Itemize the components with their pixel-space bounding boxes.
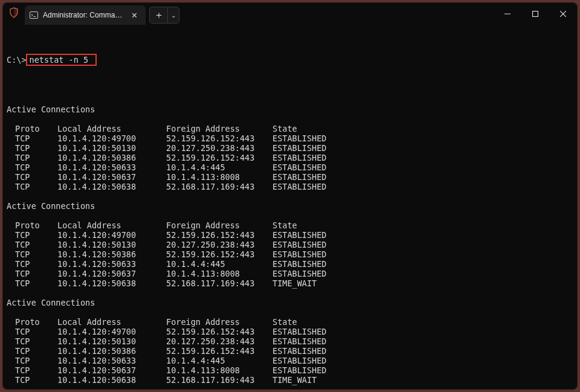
column-header-state: State xyxy=(272,124,573,133)
cell-foreign: 52.159.126.152:443 xyxy=(166,249,272,259)
column-header-foreign: Foreign Address xyxy=(166,317,272,327)
cell-state: TIME_WAIT xyxy=(272,375,573,385)
connection-row: TCP10.1.4.120:4970052.159.126.152:443EST… xyxy=(7,327,573,336)
cell-local: 10.1.4.120:50638 xyxy=(57,182,166,191)
section-header: Active Connections xyxy=(7,104,573,114)
connection-row: TCP10.1.4.120:5038652.159.126.152:443EST… xyxy=(7,346,573,356)
connection-row: TCP10.1.4.120:5038652.159.126.152:443EST… xyxy=(7,153,573,162)
shield-icon xyxy=(9,7,19,21)
maximize-button[interactable] xyxy=(521,3,549,25)
connection-row: TCP10.1.4.120:5063310.1.4.4:445ESTABLISH… xyxy=(7,356,573,365)
connection-row: TCP10.1.4.120:5063852.168.117.169:443TIM… xyxy=(7,278,573,288)
connection-row: TCP10.1.4.120:5013020.127.250.238:443EST… xyxy=(7,336,573,346)
tab-active[interactable]: Administrator: Command Pro ✕ xyxy=(25,5,146,25)
cell-foreign: 52.168.117.169:443 xyxy=(166,278,272,288)
cell-foreign: 20.127.250.238:443 xyxy=(166,143,272,153)
cell-foreign: 52.159.126.152:443 xyxy=(166,346,272,356)
connection-row: TCP10.1.4.120:5063852.168.117.169:443TIM… xyxy=(7,375,573,385)
titlebar-drag-region[interactable] xyxy=(179,3,494,25)
tab-actions: ＋ ⌄ xyxy=(149,3,179,25)
section-header: Active Connections xyxy=(7,298,573,307)
cell-local: 10.1.4.120:50637 xyxy=(57,365,166,375)
cell-local: 10.1.4.120:50638 xyxy=(57,375,166,385)
cell-local: 10.1.4.120:50130 xyxy=(57,240,166,249)
cell-local: 10.1.4.120:50386 xyxy=(57,249,166,259)
connection-row: TCP10.1.4.120:5063310.1.4.4:445ESTABLISH… xyxy=(7,162,573,172)
column-header-local: Local Address xyxy=(57,220,166,230)
cell-proto: TCP xyxy=(15,133,57,143)
column-header-proto: Proto xyxy=(15,124,57,133)
svg-rect-0 xyxy=(30,12,38,19)
blank-line xyxy=(7,211,573,220)
column-header-state: State xyxy=(272,220,573,230)
blank-line xyxy=(7,191,573,201)
prompt-prefix: C:\> xyxy=(7,55,27,65)
cell-proto: TCP xyxy=(15,365,57,375)
cell-state: ESTABLISHED xyxy=(272,143,573,153)
connection-row: TCP10.1.4.120:5013020.127.250.238:443EST… xyxy=(7,240,573,249)
cell-local: 10.1.4.120:50130 xyxy=(57,336,166,346)
column-header-proto: Proto xyxy=(15,317,57,327)
prompt-line: C:\>netstat -n 5 xyxy=(7,54,573,66)
cell-foreign: 52.159.126.152:443 xyxy=(166,153,272,162)
svg-rect-1 xyxy=(533,11,538,17)
cell-proto: TCP xyxy=(15,259,57,269)
uac-shield-slot xyxy=(3,3,25,25)
cell-foreign: 10.1.4.4:445 xyxy=(166,356,272,365)
cell-proto: TCP xyxy=(15,327,57,336)
cell-state: ESTABLISHED xyxy=(272,249,573,259)
cell-state: ESTABLISHED xyxy=(272,365,573,375)
connection-row: TCP10.1.4.120:5063310.1.4.4:445ESTABLISH… xyxy=(7,259,573,269)
blank-line xyxy=(7,95,573,104)
window-controls xyxy=(494,3,577,25)
connection-row: TCP10.1.4.120:4970052.159.126.152:443EST… xyxy=(7,230,573,240)
column-header-local: Local Address xyxy=(57,124,166,133)
cell-local: 10.1.4.120:50633 xyxy=(57,259,166,269)
cell-state: ESTABLISHED xyxy=(272,259,573,269)
cell-local: 10.1.4.120:50633 xyxy=(57,356,166,365)
cell-state: ESTABLISHED xyxy=(272,336,573,346)
cell-foreign: 52.159.126.152:443 xyxy=(166,133,272,143)
connection-row: TCP10.1.4.120:4970052.159.126.152:443EST… xyxy=(7,133,573,143)
cell-proto: TCP xyxy=(15,346,57,356)
cell-foreign: 52.168.117.169:443 xyxy=(166,375,272,385)
cell-proto: TCP xyxy=(15,249,57,259)
new-tab-dropdown-button[interactable]: ⌄ xyxy=(167,7,179,24)
titlebar: Administrator: Command Pro ✕ ＋ ⌄ xyxy=(3,3,577,25)
command-text: netstat -n 5 xyxy=(30,55,89,65)
cell-state: ESTABLISHED xyxy=(272,153,573,162)
cell-proto: TCP xyxy=(15,153,57,162)
cell-local: 10.1.4.120:49700 xyxy=(57,327,166,336)
cell-proto: TCP xyxy=(15,240,57,249)
cell-local: 10.1.4.120:49700 xyxy=(57,133,166,143)
cell-proto: TCP xyxy=(15,143,57,153)
terminal-body[interactable]: C:\>netstat -n 5 Active ConnectionsProto… xyxy=(3,25,577,389)
cell-state: ESTABLISHED xyxy=(272,230,573,240)
cell-state: ESTABLISHED xyxy=(272,356,573,365)
cell-foreign: 10.1.4.4:445 xyxy=(166,259,272,269)
connection-row: TCP10.1.4.120:5063710.1.4.113:8008ESTABL… xyxy=(7,172,573,182)
tab-close-button[interactable]: ✕ xyxy=(129,10,140,21)
cell-proto: TCP xyxy=(15,278,57,288)
cell-local: 10.1.4.120:50637 xyxy=(57,172,166,182)
cell-proto: TCP xyxy=(15,336,57,346)
minimize-button[interactable] xyxy=(494,3,521,25)
close-window-button[interactable] xyxy=(549,3,577,25)
cell-state: ESTABLISHED xyxy=(272,327,573,336)
cell-state: ESTABLISHED xyxy=(272,133,573,143)
cell-local: 10.1.4.120:50386 xyxy=(57,153,166,162)
cell-proto: TCP xyxy=(15,162,57,172)
blank-line xyxy=(7,307,573,317)
cell-foreign: 10.1.4.113:8008 xyxy=(166,269,272,278)
column-header-row: ProtoLocal AddressForeign AddressState xyxy=(7,220,573,230)
column-header-foreign: Foreign Address xyxy=(166,124,272,133)
cell-foreign: 10.1.4.4:445 xyxy=(166,162,272,172)
cell-proto: TCP xyxy=(15,269,57,278)
cell-state: ESTABLISHED xyxy=(272,182,573,191)
cell-foreign: 20.127.250.238:443 xyxy=(166,336,272,346)
new-tab-button[interactable]: ＋ xyxy=(149,7,167,24)
cell-proto: TCP xyxy=(15,230,57,240)
column-header-row: ProtoLocal AddressForeign AddressState xyxy=(7,124,573,133)
cell-local: 10.1.4.120:49700 xyxy=(57,230,166,240)
cell-state: ESTABLISHED xyxy=(272,162,573,172)
